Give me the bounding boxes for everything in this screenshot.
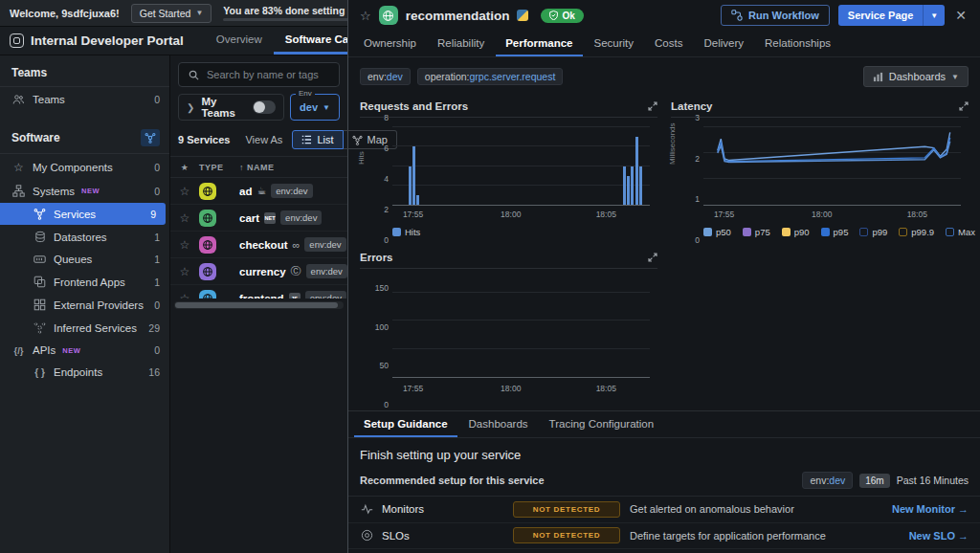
service-type-icon	[199, 236, 216, 254]
sidebar-item-queues[interactable]: Queues1	[0, 249, 169, 270]
expand-icon[interactable]	[648, 253, 657, 262]
tab-setup-guidance[interactable]: Setup Guidance	[354, 411, 457, 437]
setup-progress: You are 83% done setting up	[223, 5, 360, 21]
tab-overview[interactable]: Overview	[205, 27, 274, 55]
get-started-button[interactable]: Get Started ▼	[131, 4, 212, 23]
my-teams-filter[interactable]: ❯ My Teams	[178, 94, 284, 121]
sidebar-item-count: 16	[148, 366, 160, 378]
sidebar-item-external-providers[interactable]: External Providers0	[0, 294, 169, 316]
tab-security[interactable]: Security	[585, 31, 644, 56]
tab-delivery[interactable]: Delivery	[694, 31, 753, 56]
table-row-ad[interactable]: ☆ad☕env:dev	[170, 178, 347, 205]
y-tick-label: 3	[677, 113, 700, 122]
latency-chart: 012317:5518:0018:05Millisecondsp50p75p90…	[671, 118, 969, 240]
catalog-settings-button[interactable]	[141, 129, 160, 146]
env-tag[interactable]: env:dev	[802, 472, 853, 489]
type-column-header[interactable]: TYPE	[199, 163, 239, 172]
star-icon[interactable]: ☆	[170, 211, 199, 225]
queue-icon	[33, 254, 47, 265]
sidebar-item-apis[interactable]: {/}APIsNEW0	[0, 340, 169, 361]
sidebar-item-endpoints[interactable]: { }Endpoints16	[0, 362, 169, 383]
legend-item-p95[interactable]: p95	[821, 227, 849, 237]
time-range-tag[interactable]: 16m	[859, 474, 889, 488]
star-icon[interactable]: ☆	[170, 265, 199, 278]
chart-legend: Hits	[392, 227, 654, 237]
setup-row-description: Define targets for application performan…	[630, 530, 900, 542]
left-column: Welcome, 9sdfcjuxa6! Get Started ▼ You a…	[0, 0, 347, 553]
service-name: checkout	[239, 239, 288, 251]
chart-title: Errors	[360, 252, 393, 263]
sidebar-item-inferred-services[interactable]: Inferred Services29	[0, 317, 169, 339]
star-icon[interactable]: ☆	[170, 238, 199, 252]
tab-costs[interactable]: Costs	[645, 31, 692, 56]
service-type-icon	[379, 6, 398, 25]
legend-item-p99-9[interactable]: p99.9	[899, 227, 934, 237]
star-icon[interactable]: ☆	[170, 185, 199, 198]
chevron-down-icon[interactable]: ▼	[923, 5, 945, 26]
legend-item-p90[interactable]: p90	[782, 227, 810, 237]
y-tick-label: 0	[677, 235, 700, 245]
scrollbar-thumb[interactable]	[175, 302, 338, 308]
legend-item-max[interactable]: Max	[946, 227, 975, 237]
table-row-cart[interactable]: ☆cartNETenv:dev	[170, 205, 347, 232]
expand-icon[interactable]	[959, 101, 969, 111]
service-list: ☆ad☕env:dev☆cartNETenv:dev☆checkout∞env:…	[170, 178, 347, 299]
endpoints-icon: { }	[33, 367, 47, 378]
y-tick-label: 0	[366, 400, 389, 409]
tab-ownership[interactable]: Ownership	[354, 31, 426, 56]
search-input[interactable]	[207, 69, 331, 80]
setup-row-action-link[interactable]: New SLO →	[909, 530, 969, 542]
legend-item-p75[interactable]: p75	[743, 227, 770, 237]
sidebar-item-count: 29	[148, 322, 160, 334]
chevron-right-icon[interactable]: ❯	[187, 102, 194, 113]
tab-tracing-configuration[interactable]: Tracing Configuration	[540, 411, 664, 437]
table-row-currency[interactable]: ☆currencyⒸenv:dev	[170, 258, 347, 285]
setup-row-action-link[interactable]: New Monitor →	[892, 503, 969, 515]
setup-subheading: Recommended setup for this service	[360, 475, 545, 486]
sidebar-item-systems[interactable]: SystemsNEW0	[0, 180, 169, 202]
filter-tag-env-[interactable]: env:dev	[360, 68, 411, 85]
legend-item-p99[interactable]: p99	[859, 227, 887, 237]
table-row-frontend[interactable]: ☆frontendJSenv:dev	[170, 285, 347, 299]
sidebar-item-services[interactable]: Services9	[0, 203, 166, 225]
frontend-icon	[33, 276, 47, 288]
x-tick-label: 17:55	[403, 384, 423, 393]
status-badge[interactable]: Ok	[541, 9, 583, 23]
app-root: Welcome, 9sdfcjuxa6! Get Started ▼ You a…	[0, 0, 980, 553]
search-icon	[187, 70, 201, 80]
new-badge: NEW	[81, 187, 100, 195]
data-bar	[639, 166, 642, 206]
legend-item-p50[interactable]: p50	[703, 227, 731, 237]
tab-performance[interactable]: Performance	[496, 31, 582, 56]
sidebar-item-my-components[interactable]: ☆My Components0	[0, 156, 169, 179]
sidebar-item-datastores[interactable]: Datastores1	[0, 226, 169, 248]
run-workflow-button[interactable]: Run Workflow	[721, 5, 830, 26]
legend-swatch-icon	[859, 228, 868, 236]
search-box[interactable]	[178, 62, 340, 87]
service-page-button[interactable]: Service Page ▼	[838, 5, 945, 26]
tab-relationships[interactable]: Relationships	[755, 31, 840, 56]
workflow-icon	[731, 10, 743, 21]
legend-item-hits[interactable]: Hits	[392, 227, 420, 237]
env-select[interactable]: Env dev ▼	[290, 94, 340, 121]
env-select-value: dev	[300, 101, 318, 113]
filter-tag-operation-[interactable]: operation:grpc.server.request	[417, 68, 564, 85]
expand-icon[interactable]	[648, 101, 657, 111]
tab-dashboards[interactable]: Dashboards	[459, 411, 538, 437]
table-header: ★ TYPE ↑NAME	[170, 157, 347, 178]
table-row-checkout[interactable]: ☆checkout∞env:dev	[170, 232, 347, 258]
sidebar-item-teams[interactable]: Teams0	[0, 89, 169, 110]
star-column-header[interactable]: ★	[170, 163, 199, 172]
star-icon[interactable]: ☆	[170, 292, 199, 299]
name-column-header[interactable]: ↑NAME	[239, 163, 347, 172]
view-list-button[interactable]: List	[292, 130, 343, 149]
my-teams-toggle[interactable]	[253, 100, 276, 114]
welcome-bar: Welcome, 9sdfcjuxa6! Get Started ▼ You a…	[0, 0, 347, 27]
sidebar-item-frontend-apps[interactable]: Frontend Apps1	[0, 271, 169, 293]
service-panel-tabs: OwnershipReliabilityPerformanceSecurityC…	[348, 31, 980, 57]
tab-reliability[interactable]: Reliability	[428, 31, 494, 56]
close-icon[interactable]: ✕	[953, 8, 969, 23]
favorite-star-icon[interactable]: ☆	[360, 9, 371, 23]
dashboards-button[interactable]: Dashboards ▼	[863, 66, 969, 87]
setup-heading: Finish setting up your service	[348, 438, 980, 466]
